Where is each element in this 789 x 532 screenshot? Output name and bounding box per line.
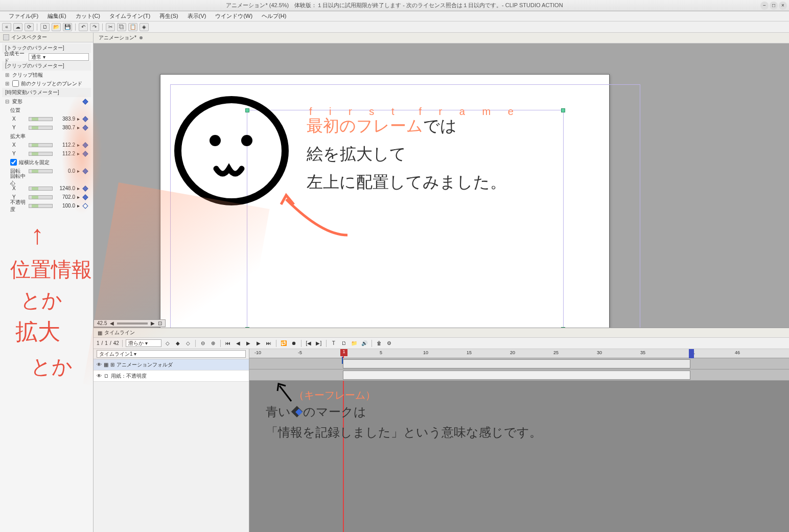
- expand-icon[interactable]: ⊞: [4, 72, 10, 78]
- trash-icon[interactable]: 🗑: [375, 339, 383, 348]
- scale-y-value[interactable]: 112.2: [55, 151, 75, 156]
- prev-blend-checkbox[interactable]: [12, 80, 19, 87]
- keyframe-icon[interactable]: [82, 168, 89, 175]
- center-x-value[interactable]: 1248.0: [55, 186, 75, 191]
- zoom-slider[interactable]: [117, 322, 148, 325]
- loop-icon[interactable]: 🔁: [280, 339, 288, 348]
- zoom-value[interactable]: 42.5: [97, 320, 107, 326]
- keyframe-icon[interactable]: [82, 115, 89, 123]
- play-icon[interactable]: ▶: [244, 339, 252, 348]
- document-tab[interactable]: アニメーション*: [94, 33, 789, 43]
- tool-redo-icon[interactable]: ↷: [90, 23, 99, 31]
- playhead-frame[interactable]: 1: [340, 349, 347, 356]
- menu-edit[interactable]: 編集(E): [43, 12, 71, 20]
- close-button[interactable]: ×: [779, 2, 787, 10]
- keyframe-icon[interactable]: [82, 142, 89, 149]
- visibility-icon[interactable]: 👁: [97, 373, 102, 379]
- tool-sync-icon[interactable]: ⟳: [25, 23, 34, 31]
- text-icon[interactable]: T: [330, 339, 338, 348]
- center-y-slider[interactable]: [29, 195, 53, 199]
- record-icon[interactable]: ⏺: [290, 339, 298, 348]
- tool-open-icon[interactable]: 📂: [52, 23, 61, 31]
- tool-cut-icon[interactable]: ✂: [106, 23, 115, 31]
- resize-handle[interactable]: [561, 327, 565, 328]
- end-frame[interactable]: 42: [113, 340, 119, 346]
- tool-new-icon[interactable]: 🗋: [40, 23, 50, 31]
- end-marker[interactable]: [689, 349, 694, 358]
- menu-help[interactable]: ヘルプ(H): [257, 12, 291, 20]
- tool-save-icon[interactable]: 💾: [63, 23, 72, 31]
- menu-view[interactable]: 表示(V): [183, 12, 211, 20]
- menu-timeline[interactable]: タイムライン(T): [105, 12, 155, 20]
- settings-icon[interactable]: ⚙: [385, 339, 393, 348]
- center-y-value[interactable]: 702.0: [55, 194, 75, 200]
- inspector-tab[interactable]: インスペクター: [0, 33, 93, 42]
- pos-x-value[interactable]: 383.9: [55, 116, 75, 122]
- zoom-out-icon[interactable]: ◀: [110, 320, 114, 326]
- opacity-slider[interactable]: [29, 204, 53, 208]
- keyframe-icon[interactable]: [82, 202, 89, 210]
- resize-handle[interactable]: [245, 327, 249, 328]
- zoom-in-icon[interactable]: ⊕: [209, 339, 217, 348]
- track-paper[interactable]: 👁 🗋 用紙：不透明度: [94, 371, 249, 382]
- zoom-out-icon[interactable]: ⊖: [199, 339, 207, 348]
- pos-x-slider[interactable]: [29, 117, 53, 121]
- timeline-ruler[interactable]: -10 -5 1 5 10 15 20 25 30 35 41 46: [249, 349, 789, 358]
- tool-cloud-icon[interactable]: ☁: [13, 23, 22, 31]
- tool-clip-icon[interactable]: ◈: [140, 23, 149, 31]
- stepper-icon[interactable]: ▸: [77, 125, 80, 130]
- center-x-slider[interactable]: [29, 187, 53, 191]
- step-fwd-icon[interactable]: ▶: [254, 339, 263, 348]
- folder-icon[interactable]: 📁: [350, 339, 358, 348]
- rotation-slider[interactable]: [29, 169, 53, 173]
- clip-info-label[interactable]: クリップ情報: [12, 72, 43, 79]
- keyframe-marker-icon[interactable]: [342, 357, 343, 363]
- timeline-tracks[interactable]: -10 -5 1 5 10 15 20 25 30 35 41 46 1: [249, 349, 789, 532]
- go-start-icon[interactable]: ⏮: [224, 339, 232, 348]
- keyframe-icon[interactable]: [82, 98, 89, 105]
- scale-y-slider[interactable]: [29, 152, 53, 156]
- interpolation-select[interactable]: 滑らか ▾: [126, 339, 161, 347]
- new-clip-icon[interactable]: 🗋: [340, 339, 348, 348]
- tool-undo-icon[interactable]: ↶: [79, 23, 88, 31]
- menu-cut[interactable]: カット(C): [71, 12, 105, 20]
- menu-window[interactable]: ウインドウ(W): [211, 12, 257, 20]
- tool-copy-icon[interactable]: ⿻: [117, 23, 126, 31]
- scale-x-value[interactable]: 112.2: [55, 142, 75, 148]
- zoom-fit-icon[interactable]: ⊡: [158, 320, 162, 326]
- expand-icon[interactable]: ⊞: [4, 81, 10, 86]
- pos-y-value[interactable]: 380.7: [55, 125, 75, 130]
- bracket-in-icon[interactable]: [◀: [305, 339, 313, 348]
- stepper-icon[interactable]: ▸: [77, 116, 80, 122]
- menu-play[interactable]: 再生(S): [155, 12, 183, 20]
- track-animation-folder[interactable]: 👁 ▦ ⊞ アニメーションフォルダ: [94, 359, 249, 371]
- timeline-tab[interactable]: ▦ タイムライン: [94, 328, 789, 338]
- pos-y-slider[interactable]: [29, 126, 53, 130]
- keyframe-add-icon[interactable]: ◆: [174, 339, 182, 348]
- tool-paste-icon[interactable]: 📋: [128, 23, 137, 31]
- bracket-out-icon[interactable]: ▶]: [315, 339, 323, 348]
- keyframe-icon[interactable]: [82, 185, 89, 192]
- timeline-clip[interactable]: [343, 359, 690, 368]
- sound-icon[interactable]: 🔊: [360, 339, 368, 348]
- timeline-select[interactable]: タイムライン1 ▾: [97, 350, 246, 358]
- scale-x-slider[interactable]: [29, 143, 53, 147]
- zoom-in-icon[interactable]: ▶: [151, 320, 155, 326]
- menu-file[interactable]: ファイル(F): [4, 12, 43, 20]
- step-back-icon[interactable]: ◀: [234, 339, 242, 348]
- keyframe-prev-icon[interactable]: ◇: [164, 339, 172, 348]
- minimize-button[interactable]: −: [760, 2, 769, 10]
- tool-back-icon[interactable]: «: [2, 23, 11, 31]
- expand-icon[interactable]: ⊞: [110, 362, 114, 367]
- visibility-icon[interactable]: 👁: [97, 362, 102, 367]
- lock-ratio-checkbox[interactable]: [10, 159, 17, 166]
- go-end-icon[interactable]: ⏭: [265, 339, 273, 348]
- compose-mode-select[interactable]: 通常 ▾: [29, 53, 89, 61]
- opacity-value[interactable]: 100.0: [55, 203, 75, 209]
- current-frame[interactable]: 1: [97, 340, 100, 346]
- timeline-clip[interactable]: [343, 371, 690, 380]
- maximize-button[interactable]: □: [770, 2, 778, 10]
- collapse-icon[interactable]: ⊟: [4, 99, 10, 104]
- keyframe-next-icon[interactable]: ◇: [184, 339, 192, 348]
- resize-handle[interactable]: [561, 108, 565, 112]
